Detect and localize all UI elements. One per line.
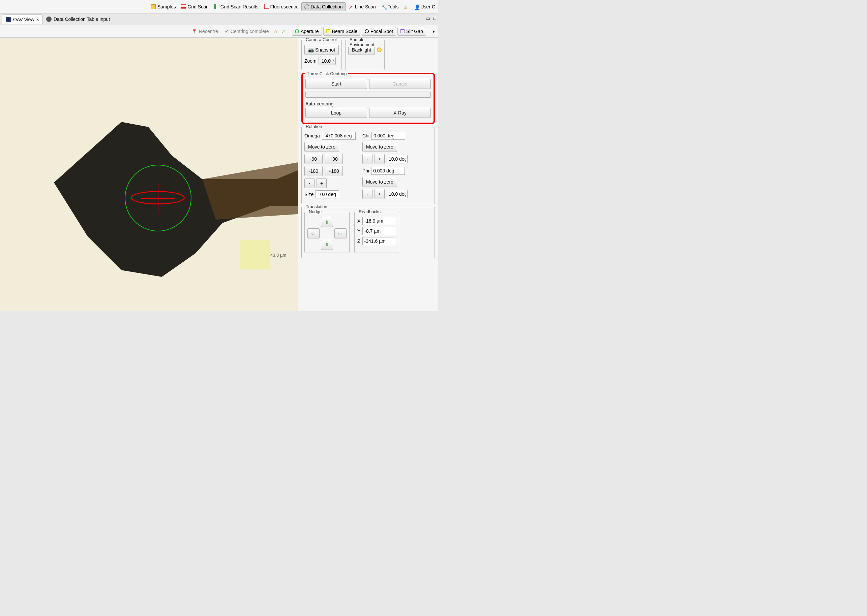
centring-complete-button[interactable]: ✔ Centring complete — [222, 27, 272, 35]
arrow-up-icon: ⇧ — [325, 219, 329, 225]
wrench-icon: 🔧 — [381, 5, 386, 9]
auto-xray-button[interactable]: X-Ray — [369, 108, 431, 118]
chi-plus-button[interactable]: + — [375, 154, 385, 164]
y-field[interactable] — [363, 227, 396, 235]
folder-icon — [151, 5, 156, 9]
zoom-select[interactable]: 10.0 — [318, 57, 336, 65]
btn-label: Backlight — [352, 47, 371, 53]
camera-control-panel: Camera Control 📷 Snapshot Zoom 10.0 — [301, 40, 342, 70]
phi-label: Phi — [363, 168, 369, 173]
toggle-label: Beam Scale — [332, 28, 357, 34]
recentre-button[interactable]: 📍 Recentre — [189, 27, 221, 35]
focal-spot-toggle[interactable]: Focal Spot — [362, 27, 396, 36]
check-icon: ✔ — [225, 28, 229, 34]
z-field[interactable] — [363, 237, 396, 245]
menu-tools[interactable]: 🔧 Tools — [378, 3, 402, 11]
phi-minus-button[interactable]: - — [363, 189, 372, 199]
x-field[interactable] — [363, 217, 396, 225]
chi-step-field[interactable] — [387, 155, 408, 163]
omega-field[interactable] — [322, 132, 356, 140]
minimize-icon[interactable]: ▭ — [426, 16, 430, 21]
snapshot-button[interactable]: 📷 Snapshot — [304, 45, 339, 55]
phi-move-zero-button[interactable]: Move to zero — [363, 177, 397, 187]
menu-label: Tools — [388, 4, 399, 9]
tab-oav-view[interactable]: OAV View ✕ — [2, 14, 43, 24]
omega-plus90-button[interactable]: +90 — [325, 154, 343, 164]
btn-label: - — [367, 156, 369, 162]
nudge-up-button[interactable]: ⇧ — [321, 217, 333, 227]
chi-move-zero-button[interactable]: Move to zero — [363, 142, 397, 152]
nudge-panel: Nudge ⇧ ⇦ ⇨ ⇩ — [304, 212, 350, 253]
chi-phi-column: Chi Move to zero - + Phi Move to zero — [363, 132, 408, 201]
circle-icon — [295, 29, 299, 33]
translation-panel: Translation Nudge ⇧ ⇦ ⇨ ⇩ — [301, 207, 435, 258]
beam-scale-toggle[interactable]: Beam Scale — [323, 27, 360, 36]
omega-minus180-button[interactable]: -180 — [304, 166, 323, 176]
home-icon[interactable]: ⌂ — [273, 28, 278, 34]
user-icon: 👤 — [414, 5, 419, 9]
zoom-value: 10.0 — [322, 58, 331, 64]
chart-icon — [264, 5, 269, 9]
square-icon — [326, 29, 330, 33]
menu-data-collection[interactable]: Data Collection — [301, 2, 346, 11]
main-area: 43.8 µm Camera Control 📷 Snapshot Zoom 1… — [0, 38, 438, 311]
omega-step-field[interactable] — [315, 190, 339, 198]
phi-step-field[interactable] — [387, 190, 408, 198]
arrow-down-icon: ⇩ — [325, 242, 329, 248]
menu-grid-scan[interactable]: Grid Scan — [178, 3, 211, 11]
btn-label: -180 — [309, 168, 318, 174]
maximize-icon[interactable]: □ — [434, 16, 436, 21]
panel-title: Camera Control — [304, 38, 338, 42]
btn-label: Move to zero — [308, 144, 336, 149]
nudge-right-button[interactable]: ⇨ — [334, 228, 347, 239]
omega-minus-button[interactable]: - — [304, 178, 315, 188]
menu-label: User C — [421, 4, 435, 9]
menu-fluorescence[interactable]: Fluorescence — [261, 3, 301, 11]
panel-title: Nudge — [307, 209, 323, 214]
chevron-down-icon[interactable]: ▾ — [432, 28, 435, 34]
btn-label: - — [309, 181, 311, 186]
chi-minus-button[interactable]: - — [363, 154, 372, 164]
menu-samples[interactable]: Samples — [148, 3, 178, 11]
menu-user[interactable]: 👤 User C — [411, 3, 438, 11]
auto-centring-label: Auto-centring — [306, 101, 333, 107]
chi-label: Chi — [363, 133, 369, 138]
omega-plus180-button[interactable]: +180 — [325, 166, 343, 176]
results-icon — [214, 5, 219, 9]
btn-label: Snapshot — [315, 47, 335, 53]
btn-label: Move to zero — [366, 144, 393, 149]
readbacks-panel: Readbacks X Y Z — [354, 212, 399, 253]
main-menu-bar: Samples Grid Scan Grid Scan Results Fluo… — [0, 0, 438, 14]
menu-line-scan[interactable]: ↗ Line Scan — [346, 3, 378, 11]
menu-grid-scan-results[interactable]: Grid Scan Results — [211, 3, 261, 11]
close-icon[interactable]: ✕ — [36, 17, 39, 22]
slit-gap-toggle[interactable]: Slit Gap — [397, 27, 426, 36]
omega-column: Omega Move to zero -90 +90 -180 +180 - — [304, 132, 356, 201]
centring-start-button[interactable]: Start — [306, 79, 367, 89]
phi-plus-button[interactable]: + — [375, 189, 385, 199]
zoom-label: Zoom — [304, 58, 317, 64]
omega-move-zero-button[interactable]: Move to zero — [304, 142, 339, 152]
auto-loop-button[interactable]: Loop — [306, 108, 367, 118]
omega-plus-button[interactable]: + — [317, 178, 326, 188]
btn-label: +90 — [329, 156, 338, 162]
btn-label: Loop — [331, 110, 342, 116]
omega-minus90-button[interactable]: -90 — [304, 154, 323, 164]
z-label: Z — [357, 239, 360, 244]
circle-icon — [365, 29, 369, 33]
phi-field[interactable] — [371, 167, 405, 175]
menu-label: Grid Scan — [188, 4, 208, 9]
toggle-label: Slit Gap — [406, 28, 423, 34]
nudge-down-button[interactable]: ⇩ — [321, 240, 333, 250]
menu-home[interactable]: ⌂ — [402, 3, 411, 11]
expand-icon[interactable]: ⤢ — [280, 28, 287, 34]
btn-label: Start — [331, 81, 342, 86]
camera-viewport[interactable]: 43.8 µm — [0, 38, 298, 311]
chi-field[interactable] — [372, 132, 405, 140]
tab-data-collection-input[interactable]: Data Collection Table Input — [43, 14, 113, 24]
grid-icon — [181, 5, 186, 9]
aperture-toggle[interactable]: Aperture — [292, 27, 322, 36]
panel-title: Three Click Centring — [306, 71, 348, 76]
nudge-left-button[interactable]: ⇦ — [307, 228, 320, 239]
view-toolbar: 📍 Recentre ✔ Centring complete ⌂ ⤢ Apert… — [0, 25, 438, 38]
